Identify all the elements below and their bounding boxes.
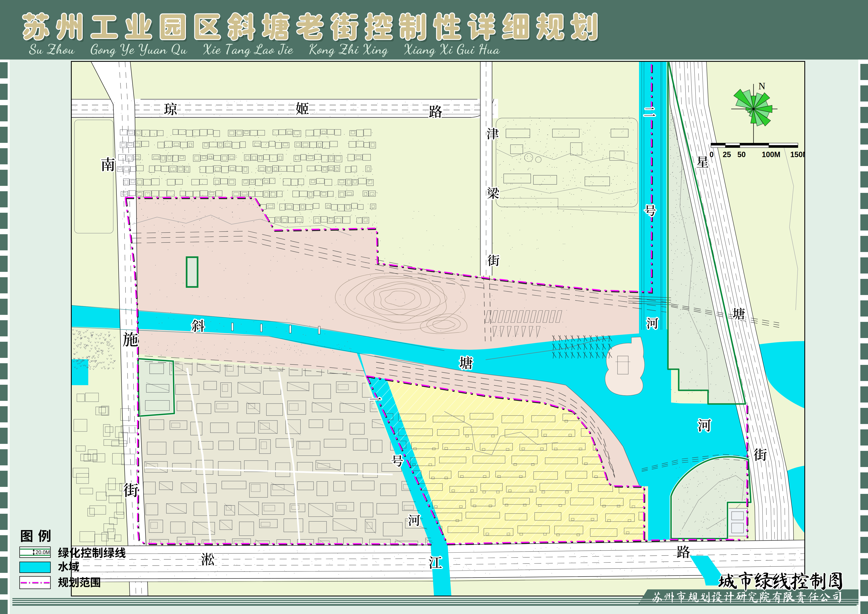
svg-text:N: N: [758, 81, 765, 91]
svg-text:0: 0: [710, 150, 714, 159]
svg-text:20.0M: 20.0M: [36, 549, 50, 555]
svg-text:50: 50: [738, 150, 746, 159]
svg-text:100M: 100M: [762, 150, 780, 159]
svg-text:25: 25: [723, 150, 731, 159]
